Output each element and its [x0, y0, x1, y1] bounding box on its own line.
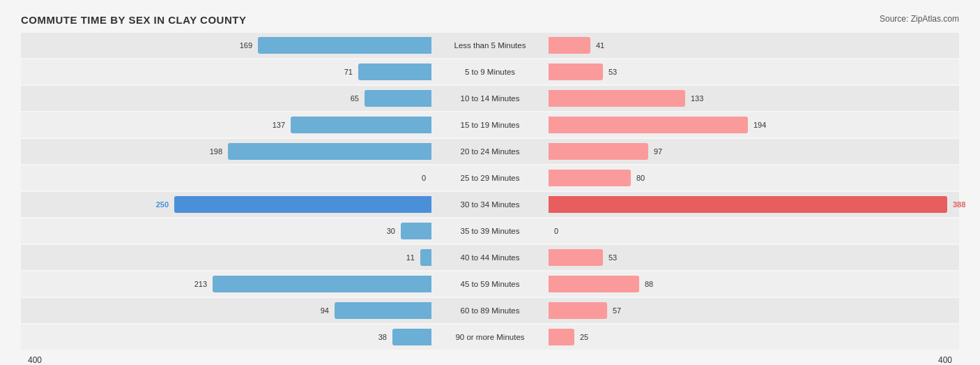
value-male: 250: [156, 200, 171, 209]
bar-male: 38: [392, 329, 431, 345]
value-male: 65: [351, 94, 362, 103]
row-label: 15 to 19 Minutes: [434, 121, 546, 129]
bar-male: 137: [291, 117, 431, 133]
row-label: 20 to 24 Minutes: [434, 147, 546, 156]
axis-label-left: 400: [28, 355, 42, 365]
table-row: 9460 to 89 Minutes57: [21, 298, 959, 323]
right-section: 97: [546, 139, 959, 164]
table-row: 169Less than 5 Minutes41: [21, 33, 959, 58]
left-section: 137: [21, 112, 434, 137]
value-female: 97: [651, 147, 662, 156]
value-female: 53: [606, 68, 617, 76]
value-male: 71: [344, 68, 355, 76]
right-section: 80: [546, 165, 959, 191]
bar-female: 25: [549, 329, 574, 345]
value-female: 80: [634, 174, 645, 182]
table-row: 6510 to 14 Minutes133: [21, 86, 959, 111]
row-label: Less than 5 Minutes: [434, 41, 546, 50]
bar-female: 194: [549, 117, 748, 133]
left-section: 198: [21, 139, 434, 164]
bar-male: 30: [401, 223, 431, 239]
left-section: 94: [21, 298, 434, 323]
left-section: 250: [21, 192, 434, 217]
row-label: 60 to 89 Minutes: [434, 306, 546, 315]
chart-title: COMMUTE TIME BY SEX IN CLAY COUNTY: [21, 14, 959, 26]
left-section: 0: [21, 165, 434, 191]
row-label: 10 to 14 Minutes: [434, 94, 546, 103]
bar-female: 53: [549, 64, 603, 80]
right-section: 0: [546, 218, 959, 244]
table-row: 715 to 9 Minutes53: [21, 59, 959, 84]
right-section: 88: [546, 271, 959, 297]
table-row: 3890 or more Minutes25: [21, 325, 959, 350]
value-male: 11: [406, 253, 418, 262]
right-section: 133: [546, 86, 959, 111]
row-label: 5 to 9 Minutes: [434, 68, 546, 76]
bar-female: 53: [549, 249, 603, 266]
left-section: 71: [21, 59, 434, 84]
value-male-zero: 0: [422, 174, 429, 182]
bar-female: 80: [549, 170, 631, 186]
axis-row: 400 400: [21, 355, 959, 365]
bar-male: 213: [213, 276, 431, 292]
bar-male: 11: [420, 249, 431, 266]
value-female: 57: [610, 306, 621, 315]
right-section: 53: [546, 245, 959, 270]
left-section: 38: [21, 325, 434, 350]
left-section: 11: [21, 245, 434, 270]
row-label: 30 to 34 Minutes: [434, 200, 546, 209]
value-female: 88: [642, 280, 653, 288]
table-row: 25030 to 34 Minutes388: [21, 192, 959, 217]
value-male: 94: [321, 306, 332, 315]
bar-male: 169: [258, 37, 431, 54]
left-section: 213: [21, 271, 434, 297]
source-text: Source: ZipAtlas.com: [880, 14, 959, 24]
value-male: 213: [194, 280, 210, 288]
bar-male: 65: [365, 90, 431, 107]
value-female: 25: [577, 333, 588, 341]
value-male: 38: [378, 333, 390, 341]
bar-male: 250: [174, 196, 431, 213]
value-male: 137: [273, 121, 288, 129]
value-female: 194: [751, 121, 766, 129]
bar-female: 388: [549, 196, 947, 213]
right-section: 41: [546, 33, 959, 58]
left-section: 30: [21, 218, 434, 244]
bar-male: 198: [228, 143, 431, 160]
row-label: 35 to 39 Minutes: [434, 227, 546, 235]
right-section: 194: [546, 112, 959, 137]
axis-left: 400: [21, 355, 436, 365]
value-male: 169: [240, 41, 255, 50]
bar-female: 57: [549, 302, 607, 319]
right-section: 388: [546, 192, 959, 217]
chart-area: 169Less than 5 Minutes41715 to 9 Minutes…: [21, 33, 959, 350]
bar-male: 71: [358, 64, 431, 80]
axis-label-right: 400: [938, 355, 952, 365]
value-male: 198: [210, 147, 225, 156]
value-female: 388: [950, 200, 965, 209]
value-female: 41: [593, 41, 604, 50]
bar-female: 41: [549, 37, 590, 54]
right-section: 57: [546, 298, 959, 323]
bar-female: 133: [549, 90, 685, 107]
value-female: 133: [688, 94, 703, 103]
chart-container: COMMUTE TIME BY SEX IN CLAY COUNTY Sourc…: [0, 0, 980, 365]
table-row: 3035 to 39 Minutes0: [21, 218, 959, 244]
table-row: 21345 to 59 Minutes88: [21, 271, 959, 297]
table-row: 025 to 29 Minutes80: [21, 165, 959, 191]
row-label: 90 or more Minutes: [434, 333, 546, 341]
left-section: 169: [21, 33, 434, 58]
axis-right: 400: [544, 355, 959, 365]
bar-male: 94: [335, 302, 431, 319]
value-female: 53: [606, 253, 617, 262]
value-male: 30: [387, 227, 398, 235]
right-section: 25: [546, 325, 959, 350]
table-row: 1140 to 44 Minutes53: [21, 245, 959, 270]
row-label: 25 to 29 Minutes: [434, 174, 546, 182]
table-row: 19820 to 24 Minutes97: [21, 139, 959, 164]
bar-female: 97: [549, 143, 648, 160]
left-section: 65: [21, 86, 434, 111]
right-section: 53: [546, 59, 959, 84]
bar-female: 88: [549, 276, 639, 292]
value-female-zero: 0: [551, 227, 558, 235]
